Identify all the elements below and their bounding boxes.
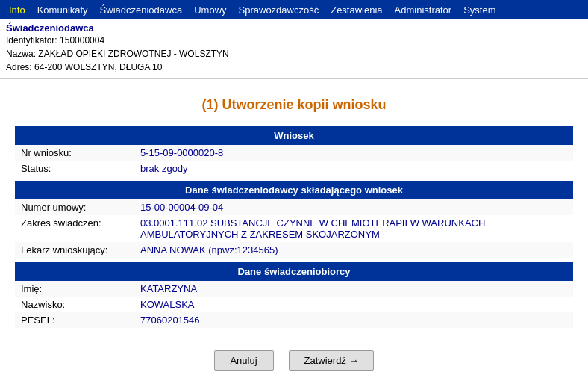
numer-umowy-label: Numer umowy: [15, 199, 134, 215]
provider-address-label: Adres: [6, 62, 32, 72]
main-content: (1) Utworzenie kopii wniosku Wniosek Nr … [0, 79, 588, 381]
provider-bar: Świadczeniodawca Identyfikator: 15000000… [0, 19, 588, 79]
swiadczeniobiorcy-table: Dane świadczeniobiorcy Imię: KATARZYNA N… [15, 262, 573, 328]
table-row: Nazwisko: KOWALSKA [15, 297, 573, 312]
provider-address-value: 64-200 WOLSZTYN, DŁUGA 10 [34, 62, 162, 72]
menu-item-komunikaty[interactable]: Komunikaty [31, 1, 94, 19]
nr-wniosku-value: 5-15-09-0000020-8 [134, 145, 573, 161]
table-row: PESEL: 77060201546 [15, 312, 573, 328]
wniosek-header-cell: Wniosek [15, 126, 573, 145]
imie-label: Imię: [15, 281, 134, 297]
swiadczeniodawcy-table: Dane świadczeniodawcy składającego wnios… [15, 181, 573, 258]
menu-item-info[interactable]: Info [3, 1, 31, 19]
table-row: Status: brak zgody [15, 161, 573, 176]
menu-item-zestawienia[interactable]: Zestawienia [325, 1, 388, 19]
status-label: Status: [15, 161, 134, 176]
cancel-button[interactable]: Anuluj [214, 350, 274, 371]
lekarz-wnioskujacy-value: ANNA NOWAK (npwz:1234565) [134, 242, 573, 258]
wniosek-header: Wniosek [15, 126, 573, 145]
table-row: Lekarz wnioskujący: ANNA NOWAK (npwz:123… [15, 242, 573, 258]
pesel-label: PESEL: [15, 312, 134, 328]
wniosek-table: Wniosek Nr wniosku: 5-15-09-0000020-8 St… [15, 126, 573, 176]
menu-item-swiadczeniodawca[interactable]: Świadczeniodawca [94, 1, 189, 19]
swiadczeniobiorcy-header-cell: Dane świadczeniobiorcy [15, 262, 573, 281]
menu-item-sprawozdawczosc[interactable]: Sprawozdawczość [233, 1, 325, 19]
nazwisko-value: KOWALSKA [134, 297, 573, 312]
provider-name-value: ZAKŁAD OPIEKI ZDROWOTNEJ - WOLSZTYN [38, 49, 228, 59]
zakres-swiadczen-label: Zakres świadczeń: [15, 215, 134, 242]
table-row: Numer umowy: 15-00-00004-09-04 [15, 199, 573, 215]
zakres-swiadczen-value: 03.0001.111.02 SUBSTANCJE CZYNNE W CHEMI… [134, 215, 573, 242]
button-area: Anuluj Zatwierdź → [15, 350, 573, 371]
lekarz-wnioskujacy-label: Lekarz wnioskujący: [15, 242, 134, 258]
provider-name: Nazwa: ZAKŁAD OPIEKI ZDROWOTNEJ - WOLSZT… [6, 47, 582, 61]
provider-id-value: 150000004 [60, 35, 104, 46]
pesel-value: 77060201546 [134, 312, 573, 328]
provider-id-label: Identyfikator: [6, 35, 57, 46]
confirm-button[interactable]: Zatwierdź → [289, 350, 375, 371]
page-title: (1) Utworzenie kopii wniosku [15, 97, 573, 113]
status-value: brak zgody [134, 161, 573, 176]
table-row: Imię: KATARZYNA [15, 281, 573, 297]
swiadczeniobiorcy-header: Dane świadczeniobiorcy [15, 262, 573, 281]
menubar: Info Komunikaty Świadczeniodawca Umowy S… [0, 0, 588, 19]
table-row: Nr wniosku: 5-15-09-0000020-8 [15, 145, 573, 161]
provider-address: Adres: 64-200 WOLSZTYN, DŁUGA 10 [6, 61, 582, 74]
table-row: Zakres świadczeń: 03.0001.111.02 SUBSTAN… [15, 215, 573, 242]
swiadczeniodawcy-header-cell: Dane świadczeniodawcy składającego wnios… [15, 181, 573, 199]
nr-wniosku-label: Nr wniosku: [15, 145, 134, 161]
menu-item-umowy[interactable]: Umowy [188, 1, 232, 19]
provider-id: Identyfikator: 150000004 [6, 34, 582, 47]
provider-title: Świadczeniodawca [6, 22, 582, 34]
menu-item-administrator[interactable]: Administrator [389, 1, 458, 19]
imie-value: KATARZYNA [134, 281, 573, 297]
provider-name-label: Nazwa: [6, 49, 36, 59]
numer-umowy-value: 15-00-00004-09-04 [134, 199, 573, 215]
nazwisko-label: Nazwisko: [15, 297, 134, 312]
swiadczeniodawcy-header: Dane świadczeniodawcy składającego wnios… [15, 181, 573, 199]
menu-item-system[interactable]: System [457, 1, 501, 19]
